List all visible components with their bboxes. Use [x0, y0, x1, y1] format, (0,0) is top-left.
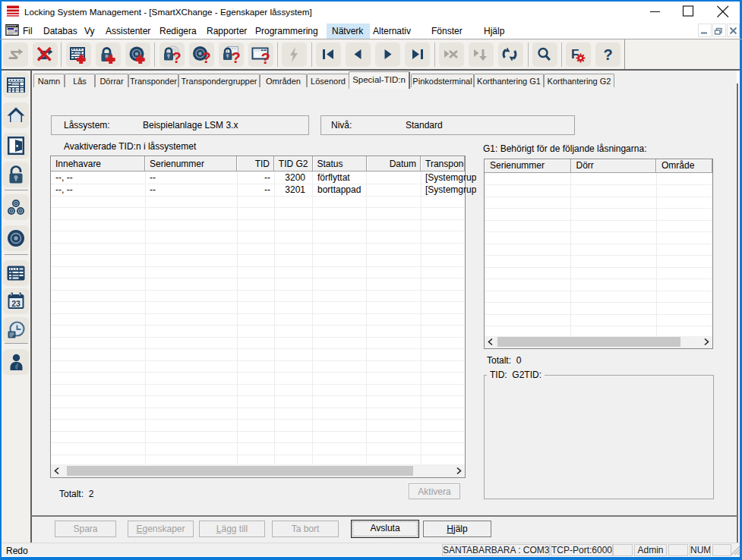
svg-text:?: ? — [261, 50, 270, 64]
svg-text:F: F — [571, 47, 579, 61]
svg-text:?: ? — [202, 49, 211, 64]
svg-text:23: 23 — [11, 299, 21, 308]
svg-text:?: ? — [232, 49, 241, 64]
svg-text:?: ? — [172, 49, 182, 64]
svg-text:?: ? — [604, 46, 613, 63]
